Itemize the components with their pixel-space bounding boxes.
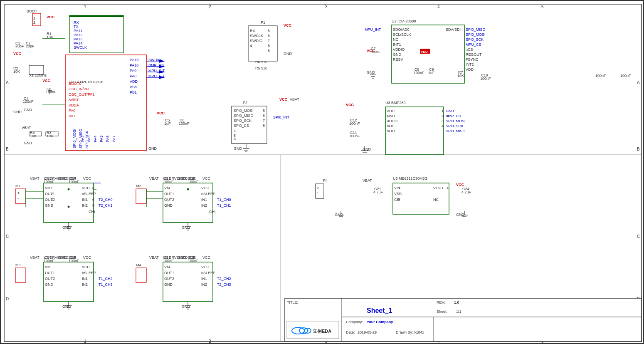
svg-text:SPI0_MOSI: SPI0_MOSI: [446, 119, 466, 123]
svg-text:VM: VM: [45, 265, 51, 269]
svg-text:SWDIO: SWDIO: [250, 39, 263, 43]
svg-text:GND: GND: [446, 109, 454, 113]
svg-text:GND: GND: [393, 52, 402, 57]
schematic-date: 2019-05-29: [358, 330, 377, 334]
svg-text:IN1: IN1: [82, 277, 88, 281]
svg-text:CHI: CHI: [89, 210, 95, 214]
svg-text:IN1: IN1: [82, 198, 88, 202]
svg-text:SPI0_INT: SPI0_INT: [273, 115, 290, 119]
svg-text:5: 5: [541, 5, 544, 9]
svg-text:T1_CH3: T1_CH3: [99, 282, 113, 287]
svg-text:IN2: IN2: [82, 203, 88, 208]
svg-text:100nF: 100nF: [620, 74, 631, 78]
svg-text:PA0: PA0: [69, 109, 75, 113]
svg-text:GND: GND: [62, 304, 71, 309]
svg-text:VCC: VCC: [346, 103, 354, 107]
svg-text:100nF: 100nF: [44, 259, 54, 263]
svg-text:VSS: VSS: [130, 85, 137, 89]
svg-text:VBAT: VBAT: [30, 176, 39, 181]
svg-text:100nF: 100nF: [69, 259, 79, 263]
svg-text:100nF: 100nF: [69, 180, 79, 184]
svg-text:P4: P4: [323, 178, 328, 183]
svg-text:VDD: VDD: [130, 79, 138, 84]
svg-text:1uF: 1uF: [428, 71, 435, 75]
svg-text:PA13: PA13: [74, 37, 82, 41]
svg-text:VDD: VDD: [466, 67, 474, 72]
svg-text:100nF: 100nF: [188, 180, 199, 184]
svg-text:VCC: VCC: [202, 176, 211, 181]
svg-text:1: 1: [33, 16, 35, 20]
svg-text:B: B: [6, 147, 9, 151]
svg-text:7: 7: [387, 119, 390, 123]
svg-text:4: 4: [250, 44, 252, 48]
svg-text:OUT1: OUT1: [164, 271, 174, 275]
svg-text:OSC_OUT/PF1: OSC_OUT/PF1: [69, 92, 95, 97]
svg-text:100nF: 100nF: [349, 121, 360, 126]
svg-text:1: 1: [442, 109, 444, 113]
svg-text:6: 6: [263, 114, 265, 118]
svg-text:T1_CH2: T1_CH2: [99, 277, 113, 281]
svg-text:GND: GND: [164, 203, 173, 208]
svg-text:GND: GND: [182, 225, 190, 230]
svg-text:VCC: VCC: [284, 23, 292, 27]
svg-text:Sheet:: Sheet:: [437, 309, 447, 314]
svg-text:T1_CH1: T1_CH1: [217, 203, 231, 208]
svg-text:GND: GND: [58, 255, 67, 260]
svg-text:PA11: PA11: [74, 29, 82, 33]
svg-text:VBAT: VBAT: [22, 126, 31, 130]
svg-text:X1 12MHz: X1 12MHz: [29, 73, 47, 77]
svg-text:MPU_INT: MPU_INT: [365, 27, 381, 32]
svg-text:GND: GND: [13, 110, 22, 114]
svg-text:C: C: [637, 234, 640, 239]
svg-text:INT2: INT2: [466, 62, 474, 67]
svg-text:SPI0_SCK: SPI0_SCK: [85, 131, 89, 148]
svg-text:VCC: VCC: [83, 255, 91, 260]
svg-text:OUT1: OUT1: [164, 192, 174, 196]
svg-text:-: -: [17, 196, 19, 200]
svg-text:GND: GND: [45, 282, 54, 287]
svg-text:OUT2: OUT2: [164, 277, 174, 281]
svg-text:U5  ME6211C30M5G: U5 ME6211C30M5G: [393, 176, 428, 181]
svg-text:100nF: 100nF: [414, 71, 424, 75]
svg-text:4: 4: [51, 203, 53, 208]
svg-text:Drawn By:: Drawn By:: [396, 330, 413, 334]
svg-text:MPU_CS: MPU_CS: [466, 42, 481, 47]
svg-text:IN2: IN2: [201, 282, 207, 287]
svg-text:REGOUT: REGOUT: [466, 52, 482, 57]
svg-text:2: 2: [33, 20, 35, 25]
svg-text:VCC: VCC: [201, 186, 210, 190]
svg-text:VM: VM: [164, 186, 170, 190]
svg-text:Date:: Date:: [346, 330, 355, 334]
svg-text:VCC: VCC: [279, 97, 288, 101]
svg-text:GND: GND: [456, 213, 465, 217]
svg-text:VCC: VCC: [42, 79, 51, 83]
svg-text:VDD: VDD: [387, 109, 395, 113]
svg-text:D: D: [6, 297, 9, 301]
svg-text:8: 8: [263, 124, 265, 128]
svg-text:T1_CH0: T1_CH0: [217, 198, 231, 202]
svg-text:SWCLK: SWCLK: [250, 34, 263, 38]
svg-text:NRST: NRST: [69, 98, 79, 102]
svg-text:VCC: VCC: [83, 176, 91, 181]
svg-text:SPI0_MOSI: SPI0_MOSI: [466, 32, 486, 37]
svg-text:SPI0_CS: SPI0_CS: [234, 124, 249, 128]
svg-text:NC: NC: [393, 37, 398, 42]
svg-text:2: 2: [398, 192, 400, 196]
svg-text:P2: P2: [243, 101, 247, 105]
drawn-by: f-104x: [414, 330, 424, 334]
svg-text:4: 4: [234, 129, 236, 133]
svg-text:PB1: PB1: [130, 90, 137, 94]
svg-text:6: 6: [268, 34, 270, 38]
svg-text:R6 510: R6 510: [255, 60, 267, 64]
svg-text:GND: GND: [148, 146, 157, 151]
svg-text:7: 7: [92, 192, 94, 196]
svg-text:PA4: PA4: [93, 136, 97, 142]
svg-text:立创EDA: 立创EDA: [313, 329, 331, 334]
svg-text:SPI0_SCK: SPI0_SCK: [446, 124, 464, 128]
svg-text:T2_CH2: T2_CH2: [217, 277, 231, 281]
svg-text:100nF: 100nF: [23, 99, 34, 104]
svg-text:nSLEEP: nSLEEP: [82, 271, 96, 275]
svg-text:8: 8: [268, 49, 270, 53]
svg-text:1: 1: [398, 186, 400, 190]
svg-text:PA5: PA5: [99, 136, 104, 142]
